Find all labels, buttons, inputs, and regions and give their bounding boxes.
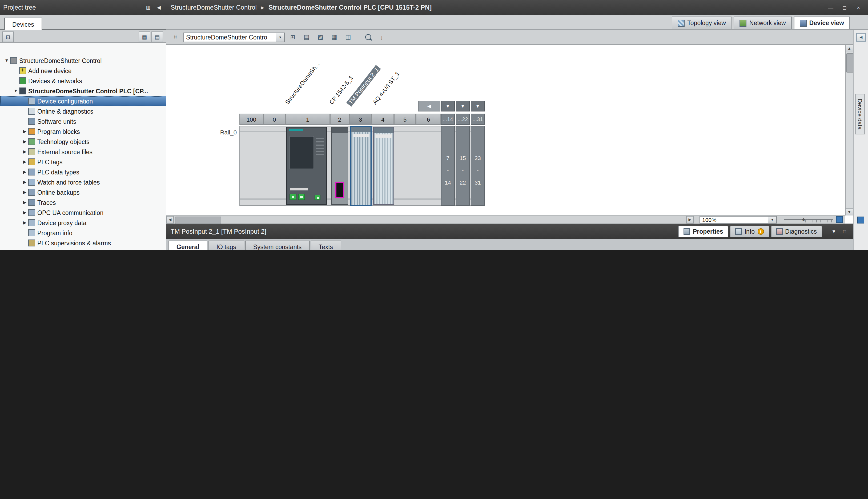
tree-options-icon[interactable]: ⊡ — [2, 32, 14, 42]
tree-item[interactable]: ▼ StructureDomeShutter Control PLC [CP..… — [0, 86, 166, 96]
edit-names-icon[interactable]: ▨ — [314, 32, 326, 43]
view-switch-bar: Topology view Network view Device view — [166, 15, 868, 30]
breadcrumb-project[interactable]: StructureDomeShutter Control — [171, 4, 257, 11]
fit-to-window-icon[interactable] — [836, 216, 843, 223]
tree-item[interactable]: PLC supervisions & alarms — [0, 238, 166, 248]
maximize-icon[interactable]: □ — [839, 3, 850, 12]
software-units-icon — [28, 118, 35, 125]
zoom-fit-icon[interactable]: ↓ — [376, 32, 388, 43]
online-diagnostics-icon — [28, 108, 35, 115]
tree-item-label: Online backups — [37, 189, 82, 195]
task-card-strip: ◀ Device data — [853, 30, 868, 250]
scroll-thumb[interactable] — [175, 217, 221, 224]
collapse-panel-icon[interactable]: ◀ — [154, 4, 163, 11]
tab-devices[interactable]: Devices — [4, 17, 42, 31]
device-select[interactable]: StructureDomeShutter Contro — [183, 32, 285, 42]
tree-item[interactable]: PLC alarm text lists — [0, 248, 166, 250]
close-icon[interactable]: × — [853, 3, 864, 12]
tree-item-label: Online & diagnostics — [37, 108, 96, 114]
expand-task-cards-icon[interactable]: ◀ — [856, 33, 866, 41]
tree-item[interactable]: Devices & networks — [0, 76, 166, 86]
tree-item[interactable]: ▶ Traces — [0, 197, 166, 207]
expander-icon[interactable]: ▶ — [21, 220, 28, 225]
tree-item[interactable]: ▶ Program blocks — [0, 126, 166, 136]
collapse-inspector-icon[interactable]: ▼ — [830, 228, 838, 235]
chevron-down-icon[interactable] — [276, 33, 284, 41]
device-view-canvas[interactable]: 1000123456 ...14...22...31 Rail_0 7 - 14… — [166, 45, 853, 224]
tree-item[interactable]: ▶ Technology objects — [0, 136, 166, 147]
device-data-tab[interactable]: Device data — [855, 94, 865, 134]
inspector-panel-tab[interactable]: Info i — [730, 226, 769, 238]
property-tab[interactable]: System constants — [245, 241, 310, 250]
plc-supervisions-icon — [28, 240, 35, 246]
tree-item-label: Device configuration — [37, 98, 95, 104]
zoom-slider-handle[interactable]: ◆ — [802, 217, 805, 222]
sort-view-icon[interactable]: ▦ — [139, 32, 150, 42]
property-tab[interactable]: Texts — [311, 241, 341, 250]
chevron-down-icon[interactable] — [768, 217, 776, 223]
project-icon — [10, 57, 17, 64]
expander-icon[interactable]: ▶ — [21, 190, 28, 195]
tree-item[interactable]: ▶ External source files — [0, 147, 166, 157]
tree-item[interactable]: Add new device — [0, 65, 166, 76]
project-tree-toolbar: ⊡ ▦ ▤ — [0, 30, 166, 43]
scroll-right-icon[interactable]: ▶ — [686, 216, 694, 223]
tree-item[interactable]: ▶ Online backups — [0, 187, 166, 197]
minimize-icon[interactable]: — — [825, 3, 836, 12]
inspector-panel-tab[interactable]: Diagnostics — [771, 226, 822, 238]
breadcrumb-device[interactable]: StructureDomeShutter Control PLC [CPU 15… — [269, 4, 432, 11]
expander-icon[interactable]: ▶ — [21, 170, 28, 174]
split-view-icon[interactable]: ◫ — [342, 32, 354, 43]
tree-item[interactable]: ▶ OPC UA communication — [0, 207, 166, 218]
zoom-slider[interactable]: ◆ — [784, 217, 833, 222]
property-tab[interactable]: IO tags — [209, 241, 244, 250]
module-name-label[interactable]: StructureDomeSh... — [283, 60, 322, 107]
tree-item-label: Devices & networks — [28, 77, 84, 84]
canvas-hscrollbar[interactable]: ◀ ▶ — [166, 216, 694, 223]
device-icon — [800, 20, 807, 26]
show-grid-icon[interactable]: ⊞ — [287, 32, 299, 43]
tree-item[interactable]: ▶ Device proxy data — [0, 218, 166, 228]
tree-item[interactable]: Program info — [0, 228, 166, 238]
view-tab[interactable]: Topology view — [672, 16, 732, 29]
zoom-icon[interactable] — [362, 32, 374, 43]
scroll-left-icon[interactable]: ◀ — [166, 216, 174, 223]
plug-connection-icon[interactable]: ⌗ — [170, 32, 181, 43]
pin-panel-icon[interactable]: ▥ — [144, 4, 152, 11]
expander-icon[interactable]: ▶ — [21, 159, 28, 164]
tree-item[interactable]: ▶ PLC tags — [0, 157, 166, 167]
expander-icon[interactable]: ▼ — [12, 88, 19, 93]
table-view-icon[interactable]: ▦ — [328, 32, 340, 43]
property-tab[interactable]: General — [169, 241, 207, 250]
tree-item[interactable]: Device configuration — [0, 96, 166, 106]
view-tab[interactable]: Network view — [734, 16, 792, 29]
tree-item[interactable]: Software units — [0, 116, 166, 126]
scroll-thumb[interactable] — [846, 53, 854, 73]
inspector-panel-tab[interactable]: Properties — [679, 226, 729, 238]
tree-item[interactable]: ▶ PLC data types — [0, 167, 166, 177]
expander-icon[interactable]: ▶ — [21, 149, 28, 154]
expand-collapse-icon[interactable]: ▤ — [151, 32, 163, 42]
tree-item[interactable]: ▼ StructureDomeShutter Control — [0, 56, 166, 65]
editor-titlebar: StructureDomeShutter Control ▶ Structure… — [166, 0, 868, 15]
zoom-select[interactable]: 100% — [699, 216, 777, 223]
tree-item-label: StructureDomeShutter Control PLC [CP... — [28, 88, 150, 94]
scroll-up-icon[interactable]: ▲ — [846, 45, 853, 52]
expander-icon[interactable]: ▼ — [3, 58, 10, 63]
properties-icon — [684, 228, 690, 235]
canvas-vscrollbar[interactable]: ▲ ▼ — [845, 45, 853, 216]
devices-networks-icon — [19, 77, 26, 84]
tree-item[interactable]: ▶ Watch and force tables — [0, 177, 166, 187]
expander-icon[interactable]: ▶ — [21, 139, 28, 144]
tree-item[interactable]: Online & diagnostics — [0, 106, 166, 116]
float-inspector-icon[interactable]: □ — [840, 228, 849, 235]
expander-icon[interactable]: ▶ — [21, 210, 28, 215]
scroll-down-icon[interactable]: ▼ — [846, 208, 853, 216]
watch-tables-icon — [28, 179, 35, 186]
view-tab[interactable]: Device view — [794, 16, 850, 29]
expander-icon[interactable]: ▶ — [21, 129, 28, 134]
view-tabs: Topology view Network view Device view — [672, 16, 850, 29]
show-labels-icon[interactable]: ▤ — [301, 32, 312, 43]
expander-icon[interactable]: ▶ — [21, 200, 28, 205]
expander-icon[interactable]: ▶ — [21, 180, 28, 185]
